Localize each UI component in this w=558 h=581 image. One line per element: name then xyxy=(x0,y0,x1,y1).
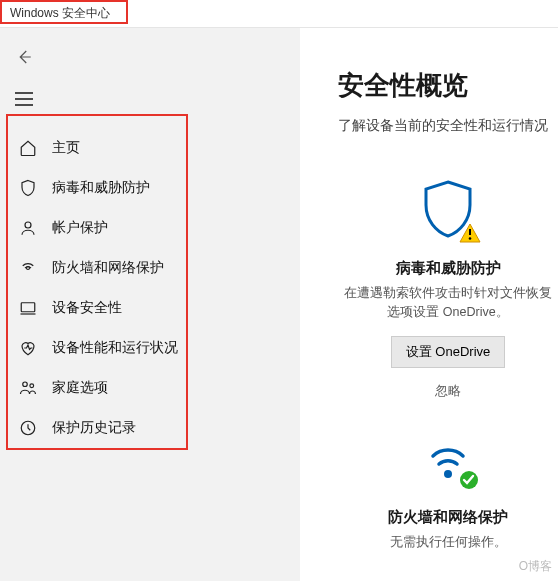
shield-warning-icon xyxy=(419,179,477,241)
card-title: 病毒和威胁防护 xyxy=(396,259,501,278)
health-icon xyxy=(18,339,38,357)
firewall-icon xyxy=(18,259,38,277)
sidebar-item-virus[interactable]: 病毒和威胁防护 xyxy=(18,168,286,208)
home-icon xyxy=(18,139,38,157)
sidebar-item-firewall[interactable]: 防火墙和网络保护 xyxy=(18,248,286,288)
sidebar-item-home[interactable]: 主页 xyxy=(18,128,286,168)
sidebar: 主页 病毒和威胁防护 帐户保护 防火墙和网络保护 xyxy=(0,28,300,581)
watermark: O博客 xyxy=(519,558,552,575)
svg-rect-5 xyxy=(21,303,35,312)
page-title: 安全性概览 xyxy=(338,68,558,103)
sidebar-item-history[interactable]: 保护历史记录 xyxy=(18,408,286,448)
sidebar-item-label: 家庭选项 xyxy=(52,379,108,397)
account-icon xyxy=(18,219,38,237)
sidebar-item-label: 病毒和威胁防护 xyxy=(52,179,150,197)
svg-point-8 xyxy=(30,384,34,388)
menu-toggle-button[interactable] xyxy=(0,78,48,120)
history-icon xyxy=(18,419,38,437)
shield-icon xyxy=(18,179,38,197)
svg-point-11 xyxy=(469,237,472,240)
card-description: 在遭遇勒索软件攻击时针对文件恢复选项设置 OneDrive。 xyxy=(338,284,558,322)
card-firewall[interactable]: 防火墙和网络保护 无需执行任何操作。 xyxy=(338,434,558,566)
main-content: 安全性概览 了解设备当前的安全性和运行情况 病毒和威胁防护 在遭遇勒索软件攻击时… xyxy=(300,28,558,581)
dismiss-link[interactable]: 忽略 xyxy=(435,382,461,400)
sidebar-item-device-security[interactable]: 设备安全性 xyxy=(18,288,286,328)
sidebar-item-label: 设备安全性 xyxy=(52,299,122,317)
card-title: 防火墙和网络保护 xyxy=(388,508,508,527)
back-button[interactable] xyxy=(0,36,48,78)
sidebar-item-family[interactable]: 家庭选项 xyxy=(18,368,286,408)
svg-point-3 xyxy=(25,222,31,228)
sidebar-item-label: 设备性能和运行状况 xyxy=(52,339,178,357)
family-icon xyxy=(18,379,38,397)
window-title: Windows 安全中心 xyxy=(10,5,110,22)
sidebar-item-account[interactable]: 帐户保护 xyxy=(18,208,286,248)
card-virus[interactable]: 病毒和威胁防护 在遭遇勒索软件攻击时针对文件恢复选项设置 OneDrive。 设… xyxy=(338,179,558,400)
sidebar-item-health[interactable]: 设备性能和运行状况 xyxy=(18,328,286,368)
sidebar-item-label: 帐户保护 xyxy=(52,219,108,237)
sidebar-item-label: 主页 xyxy=(52,139,80,157)
firewall-ok-icon xyxy=(419,434,477,490)
sidebar-item-label: 防火墙和网络保护 xyxy=(52,259,164,277)
svg-point-7 xyxy=(23,382,28,387)
setup-onedrive-button[interactable]: 设置 OneDrive xyxy=(391,336,506,368)
titlebar: Windows 安全中心 xyxy=(0,0,558,28)
sidebar-item-label: 保护历史记录 xyxy=(52,419,136,437)
card-description: 无需执行任何操作。 xyxy=(390,533,507,552)
device-icon xyxy=(18,299,38,317)
page-subtitle: 了解设备当前的安全性和运行情况 xyxy=(338,117,558,135)
svg-point-12 xyxy=(444,470,452,478)
